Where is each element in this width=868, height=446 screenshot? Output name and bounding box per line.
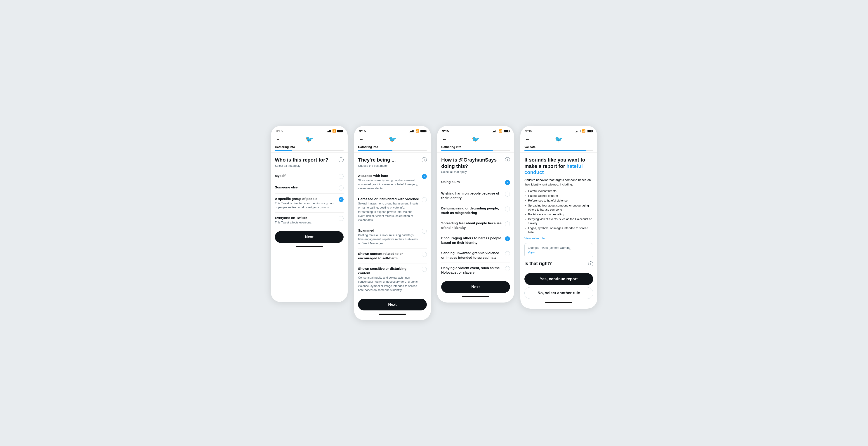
progress-fill-2 <box>358 150 393 151</box>
section-header-2: They're being ... i <box>358 157 427 163</box>
bullet-3: Spreading fear about someone or encourag… <box>528 203 593 212</box>
radio-spreading-fear[interactable] <box>505 221 510 226</box>
option-dehumanizing[interactable]: Dehumanizing or degrading people, such a… <box>441 203 510 218</box>
bullet-2: References to hateful violence <box>528 199 593 203</box>
option-myself-label: Myself <box>275 173 336 178</box>
example-tweet-box: Example Tweet (content warning) View <box>524 243 593 257</box>
back-button-2[interactable]: ← <box>358 136 364 143</box>
phone-screen-3: 9:15 📶 ← 🐦 <box>437 126 514 302</box>
progress-bar-3 <box>441 150 510 151</box>
option-everyone[interactable]: Everyone on Twitter This Tweet affects e… <box>275 213 344 227</box>
radio-graphic-violence[interactable] <box>505 251 510 256</box>
section-sub-2: Choose the best match <box>358 164 427 167</box>
option-sensitive[interactable]: Shown sensitive or disturbing content Co… <box>358 263 427 295</box>
bullet-4: Racist slurs or name-calling <box>528 212 593 217</box>
radio-specific-group[interactable] <box>339 197 344 202</box>
bottom-btn-area-3: Next <box>437 278 514 293</box>
yes-continue-button[interactable]: Yes, continue report <box>524 273 593 285</box>
nav-bar-3: ← 🐦 <box>437 134 514 145</box>
info-icon-3[interactable]: i <box>505 157 510 162</box>
radio-myself[interactable] <box>339 174 344 179</box>
is-that-right: Is that right? i <box>524 261 593 266</box>
progress-section-3: Gathering info <box>437 145 514 153</box>
radio-spammed[interactable] <box>422 229 427 234</box>
info-icon-1[interactable]: i <box>339 157 344 162</box>
battery-icon-3 <box>504 130 509 132</box>
radio-everyone[interactable] <box>339 216 344 221</box>
home-indicator-1 <box>296 246 323 247</box>
option-spreading-fear[interactable]: Spreading fear about people because of t… <box>441 218 510 233</box>
phone-screen-2: 9:15 📶 ← 🐦 <box>354 126 431 320</box>
status-icons-4: 📶 <box>575 129 592 133</box>
back-button-4[interactable]: ← <box>524 136 531 143</box>
signal-icon-2 <box>409 129 414 132</box>
phone-screen-4: 9:15 📶 ← 🐦 <box>520 126 597 309</box>
option-spammed-sub: Posting malicious links, misusing hashta… <box>358 233 420 246</box>
info-icon-4[interactable]: i <box>588 261 593 266</box>
wifi-icon-4: 📶 <box>582 129 585 133</box>
progress-fill-3 <box>441 150 493 151</box>
radio-slurs[interactable] <box>505 180 510 185</box>
no-select-another-button[interactable]: No, select another rule <box>524 287 593 299</box>
status-time-2: 9:15 <box>359 129 366 133</box>
option-specific-group-label: A specific group of people <box>275 197 336 201</box>
option-slurs[interactable]: Using slurs <box>441 177 510 188</box>
option-wishing-harm[interactable]: Wishing harm on people because of their … <box>441 188 510 203</box>
next-button-2[interactable]: Next <box>358 299 427 311</box>
progress-label-4: Validate <box>524 145 593 149</box>
nav-bar-4: ← 🐦 <box>520 134 597 145</box>
radio-wishing-harm[interactable] <box>505 192 510 197</box>
option-dehumanizing-label: Dehumanizing or degrading people, such a… <box>441 206 503 215</box>
radio-harassed[interactable] <box>422 197 427 202</box>
home-indicator-3 <box>462 296 489 297</box>
option-graphic-violence[interactable]: Sending unwanted graphic violence or ima… <box>441 248 510 263</box>
bottom-btn-area-2: Next <box>354 295 431 311</box>
radio-dehumanizing[interactable] <box>505 206 510 212</box>
progress-fill-4 <box>524 150 586 151</box>
bullet-6: Logos, symbols, or images intended to sp… <box>528 226 593 234</box>
status-bar-4: 9:15 📶 <box>520 126 597 134</box>
info-icon-2[interactable]: i <box>422 157 427 162</box>
example-tweet-view[interactable]: View <box>528 251 535 254</box>
option-specific-group-sub: This Tweet is directed at or mentions a … <box>275 201 336 210</box>
option-myself[interactable]: Myself <box>275 170 344 182</box>
option-attacked-label: Attacked with hate <box>358 173 420 178</box>
option-attacked[interactable]: Attacked with hate Slurs, racial stereot… <box>358 170 427 194</box>
progress-label-3: Gathering info <box>441 145 510 149</box>
next-button-3[interactable]: Next <box>441 281 510 293</box>
option-someone-else[interactable]: Someone else <box>275 182 344 194</box>
status-bar-1: 9:15 📶 <box>271 126 348 134</box>
twitter-logo-3: 🐦 <box>472 135 480 143</box>
progress-label-2: Gathering info <box>358 145 427 149</box>
twitter-logo-1: 🐦 <box>305 135 313 143</box>
radio-encouraging-harass[interactable] <box>505 236 510 241</box>
option-spammed[interactable]: Spammed Posting malicious links, misusin… <box>358 225 427 249</box>
option-self-harm[interactable]: Shown content related to or encouraged t… <box>358 249 427 263</box>
option-denying-event[interactable]: Denying a violent event, such as the Hol… <box>441 263 510 278</box>
bullet-list: Hateful violent threats Hateful wishes o… <box>528 189 593 234</box>
view-rule-link[interactable]: View entire rule <box>524 236 593 240</box>
option-harassed[interactable]: Harassed or intimidated with violence Se… <box>358 194 427 225</box>
status-bar-3: 9:15 📶 <box>437 126 514 134</box>
twitter-logo-4: 🐦 <box>555 135 563 143</box>
back-button-1[interactable]: ← <box>275 136 281 143</box>
content-3: How is @GrayhamSays doing this? i Select… <box>437 153 514 278</box>
radio-attacked[interactable] <box>422 174 427 179</box>
next-button-1[interactable]: Next <box>275 231 344 243</box>
radio-denying-event[interactable] <box>505 266 510 271</box>
section-header-1: Who is this report for? i <box>275 157 344 163</box>
phone-screen-1: 9:15 📶 ← 🐦 <box>271 126 348 302</box>
option-encouraging-harass[interactable]: Encouraging others to harass people base… <box>441 233 510 248</box>
radio-self-harm[interactable] <box>422 252 427 257</box>
nav-bar-1: ← 🐦 <box>271 134 348 145</box>
back-button-3[interactable]: ← <box>441 136 447 143</box>
home-indicator-2 <box>379 314 406 315</box>
option-everyone-label: Everyone on Twitter <box>275 216 336 220</box>
section-header-3: How is @GrayhamSays doing this? i <box>441 157 510 169</box>
section-title-4: It sounds like you want to make a report… <box>524 157 593 176</box>
bullet-1: Hateful wishes of harm <box>528 194 593 198</box>
option-specific-group[interactable]: A specific group of people This Tweet is… <box>275 194 344 213</box>
radio-sensitive[interactable] <box>422 267 427 272</box>
radio-someone-else[interactable] <box>339 186 344 190</box>
section-sub-1: Select all that apply <box>275 164 344 167</box>
